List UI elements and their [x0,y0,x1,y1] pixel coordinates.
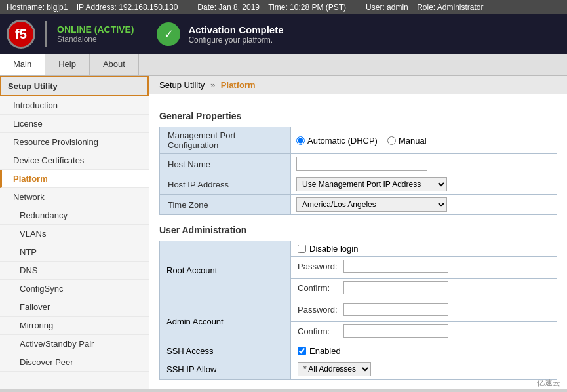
ip-value: 192.168.150.130 [119,3,178,12]
main-layout: Setup Utility Introduction License Resou… [0,76,567,389]
sidebar-item-mirroring[interactable]: Mirroring [0,317,149,335]
mgmt-port-row: Management Port Configuration Automatic … [160,127,557,154]
ssh-enabled-checkbox[interactable] [298,347,306,355]
user-value: admin [387,3,408,12]
ssh-ip-allow-cell: * All Addresses [291,359,557,380]
status-online: ONLINE (ACTIVE) [57,24,134,35]
content-body: General Properties Management Port Confi… [149,94,567,389]
root-password-input[interactable] [343,260,448,273]
tab-help[interactable]: Help [45,54,90,75]
ssh-ip-allow-select[interactable]: * All Addresses [298,362,371,376]
hostname-info: Hostname: bigjp1 IP Address: 192.168.150… [7,3,178,12]
host-ip-select[interactable]: Use Management Port IP Address [296,177,447,191]
sidebar-item-discover-peer[interactable]: Discover Peer [0,353,149,372]
tab-main[interactable]: Main [0,54,45,75]
host-ip-label: Host IP Address [160,174,291,195]
breadcrumb: Setup Utility » Platform [149,76,567,94]
breadcrumb-parent: Setup Utility [159,80,205,90]
sidebar-item-platform[interactable]: Platform [0,170,149,188]
sidebar-item-license[interactable]: License [0,115,149,133]
sidebar-item-configsync[interactable]: ConfigSync [0,280,149,298]
root-account-label: Root Account [160,241,291,300]
nav-bar: Main Help About [0,54,567,76]
sidebar-item-vlans[interactable]: VLANs [0,225,149,243]
f5-logo: f5 [7,20,35,49]
breadcrumb-separator: » [210,80,215,90]
sidebar-item-introduction[interactable]: Introduction [0,96,149,115]
sidebar-item-network[interactable]: Network [0,188,149,206]
ssh-enabled-label: Enabled [309,346,341,356]
root-account-row: Root Account Disable login [160,241,557,257]
admin-password-input[interactable] [343,303,448,316]
status-mode: Standalone [57,35,134,44]
mgmt-manual-radio[interactable] [387,136,396,145]
tab-about[interactable]: About [90,54,139,75]
mgmt-port-label: Management Port Configuration [160,127,291,154]
admin-confirm-row-inner: Confirm: [298,324,550,338]
disable-login-row: Disable login [298,244,550,254]
disable-login-label: Disable login [309,244,358,254]
ssh-access-cell: Enabled [291,343,557,359]
sidebar-item-redundancy[interactable]: Redundancy [0,206,149,225]
host-name-value [291,154,557,174]
role-value: Administrator [437,3,484,12]
admin-password-cell: Password: [291,300,557,322]
ssh-enabled-row: Enabled [298,346,550,356]
sidebar-item-device-certificates[interactable]: Device Certificates [0,151,149,170]
date-time-info: Date: Jan 8, 2019 Time: 10:28 PM (PST) [197,3,346,12]
admin-confirm-cell: Confirm: [291,322,557,343]
user-info: User: admin Role: Administrator [366,3,483,12]
time-zone-label: Time Zone [160,195,291,215]
breadcrumb-current: Platform [221,80,256,90]
content-area: Setup Utility » Platform General Propert… [149,76,567,389]
host-ip-value: Use Management Port IP Address [291,174,557,195]
header: f5 ONLINE (ACTIVE) Standalone ✓ Activati… [0,14,567,54]
root-password-cell: Password: [291,257,557,279]
root-password-label: Password: [298,262,340,271]
sidebar-item-active-standby[interactable]: Active/Standby Pair [0,335,149,353]
root-confirm-row-inner: Confirm: [298,281,550,294]
admin-password-label: Password: [298,305,340,315]
sidebar-item-ntp[interactable]: NTP [0,243,149,262]
activation-title: Activation Complete [188,24,283,35]
time-zone-value: America/Los Angeles [291,195,557,215]
ssh-ip-allow-row: SSH IP Allow * All Addresses [160,359,557,380]
disable-login-checkbox[interactable] [298,245,306,253]
user-admin-title: User Administration [159,225,557,235]
header-status: ONLINE (ACTIVE) Standalone [57,24,134,44]
host-ip-row: Host IP Address Use Management Port IP A… [160,174,557,195]
ssh-ip-allow-label: SSH IP Allow [160,359,291,380]
check-icon: ✓ [157,22,180,46]
activation-subtitle: Configure your platform. [188,35,283,45]
root-disable-login-cell: Disable login [291,241,557,257]
header-divider [45,21,47,47]
user-admin-table: Root Account Disable login Password: [159,241,557,380]
root-password-row-inner: Password: [298,260,550,273]
mgmt-port-value: Automatic (DHCP) Manual [291,127,557,154]
mgmt-manual-option[interactable]: Manual [387,136,427,146]
ssh-access-label: SSH Access [160,343,291,359]
admin-account-row: Admin Account Password: [160,300,557,322]
admin-confirm-label: Confirm: [298,326,340,336]
admin-account-label: Admin Account [160,300,291,343]
general-properties-title: General Properties [159,111,557,121]
mgmt-auto-radio[interactable] [296,136,305,145]
host-name-input[interactable] [296,157,427,171]
mgmt-port-options: Automatic (DHCP) Manual [296,136,551,146]
ssh-access-row: SSH Access Enabled [160,343,557,359]
sidebar-item-failover[interactable]: Failover [0,298,149,317]
mgmt-auto-label: Automatic (DHCP) [307,136,378,146]
top-bar: Hostname: bigjp1 IP Address: 192.168.150… [0,0,567,14]
activation-text: Activation Complete Configure your platf… [188,24,283,45]
sidebar-item-dns[interactable]: DNS [0,262,149,280]
mgmt-auto-option[interactable]: Automatic (DHCP) [296,136,378,146]
sidebar-item-resource-provisioning[interactable]: Resource Provisioning [0,133,149,151]
host-name-row: Host Name [160,154,557,174]
sidebar: Setup Utility Introduction License Resou… [0,76,149,389]
time-zone-select[interactable]: America/Los Angeles [296,197,447,212]
root-confirm-input[interactable] [343,281,448,294]
host-name-label: Host Name [160,154,291,174]
admin-confirm-input[interactable] [343,324,448,338]
setup-utility-header[interactable]: Setup Utility [0,76,149,96]
header-activation: ✓ Activation Complete Configure your pla… [157,22,283,46]
